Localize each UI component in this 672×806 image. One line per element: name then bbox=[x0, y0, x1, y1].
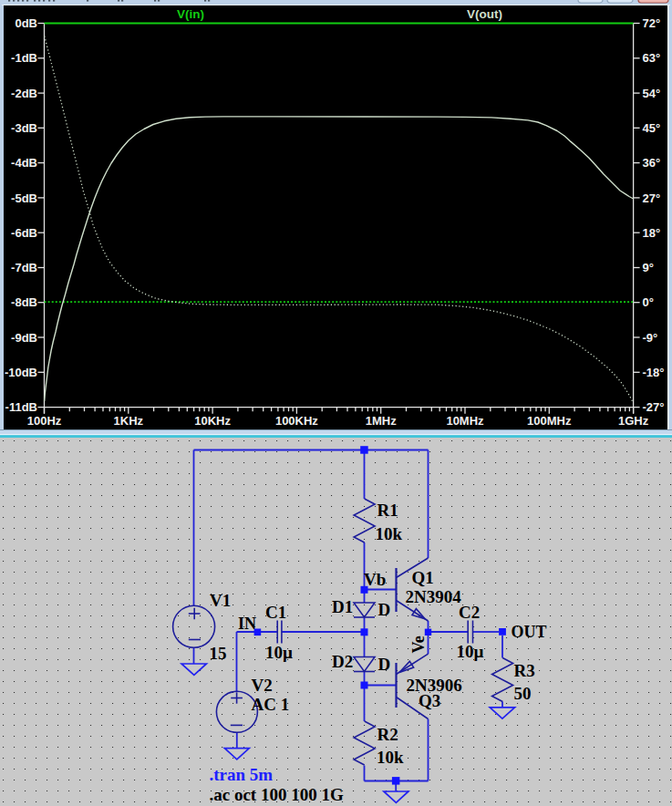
svg-text:D: D bbox=[378, 600, 391, 619]
svg-text:-1dB: -1dB bbox=[11, 51, 37, 65]
svg-text:15: 15 bbox=[210, 644, 227, 663]
svg-text:54°: 54° bbox=[643, 87, 661, 100]
svg-text:R2: R2 bbox=[377, 725, 398, 744]
svg-text:IN: IN bbox=[238, 615, 256, 633]
svg-text:-8dB: -8dB bbox=[11, 295, 37, 309]
svg-text:R3: R3 bbox=[514, 661, 535, 680]
svg-text:10k: 10k bbox=[377, 748, 404, 767]
svg-text:10k: 10k bbox=[376, 524, 403, 543]
svg-text:D1: D1 bbox=[332, 597, 353, 616]
svg-text:.tran 5m: .tran 5m bbox=[210, 765, 274, 784]
svg-text:V(in): V(in) bbox=[177, 7, 204, 21]
svg-text:10µ: 10µ bbox=[457, 642, 484, 661]
svg-text:2N3904: 2N3904 bbox=[406, 587, 462, 606]
svg-text:10µ: 10µ bbox=[265, 643, 293, 662]
svg-text:R1: R1 bbox=[377, 501, 398, 520]
svg-text:-6dB: -6dB bbox=[11, 226, 37, 240]
svg-text:100Hz: 100Hz bbox=[27, 414, 62, 428]
svg-text:-2dB: -2dB bbox=[11, 87, 37, 100]
svg-text:9°: 9° bbox=[643, 261, 654, 274]
svg-text:C1: C1 bbox=[265, 603, 286, 622]
svg-text:-27°: -27° bbox=[643, 400, 665, 414]
svg-text:OUT: OUT bbox=[512, 623, 547, 641]
svg-text:63°: 63° bbox=[643, 51, 661, 65]
svg-text:-18°: -18° bbox=[643, 366, 665, 379]
svg-text:Q1: Q1 bbox=[412, 568, 434, 587]
svg-text:.ac oct 100 100 1G: .ac oct 100 100 1G bbox=[210, 785, 344, 804]
svg-text:-4dB: -4dB bbox=[11, 156, 37, 170]
svg-text:36°: 36° bbox=[643, 156, 661, 170]
svg-text:-11dB: -11dB bbox=[5, 400, 37, 414]
svg-text:1MHz: 1MHz bbox=[366, 414, 397, 428]
svg-text:Ve: Ve bbox=[409, 636, 428, 653]
svg-text:100KHz: 100KHz bbox=[275, 414, 318, 428]
svg-text:V1: V1 bbox=[210, 591, 231, 610]
svg-text:-9°: -9° bbox=[643, 331, 658, 345]
svg-text:V2: V2 bbox=[252, 676, 273, 695]
svg-text:18°: 18° bbox=[643, 226, 661, 240]
svg-text:0°: 0° bbox=[643, 295, 654, 309]
svg-text:10KHz: 10KHz bbox=[194, 414, 231, 428]
svg-text:72°: 72° bbox=[643, 16, 661, 30]
svg-text:-7dB: -7dB bbox=[11, 261, 37, 274]
svg-text:Vb: Vb bbox=[364, 570, 386, 589]
svg-text:10MHz: 10MHz bbox=[446, 414, 484, 428]
svg-text:1GHz: 1GHz bbox=[618, 414, 649, 428]
svg-text:Q3: Q3 bbox=[419, 691, 440, 710]
svg-text:AC 1: AC 1 bbox=[252, 695, 290, 714]
svg-text:50: 50 bbox=[514, 684, 532, 703]
svg-text:1KHz: 1KHz bbox=[114, 414, 144, 428]
svg-text:C2: C2 bbox=[459, 603, 480, 622]
svg-text:27°: 27° bbox=[643, 191, 661, 205]
svg-text:0dB: 0dB bbox=[15, 16, 37, 30]
svg-text:100MHz: 100MHz bbox=[527, 414, 572, 428]
svg-text:-10dB: -10dB bbox=[5, 366, 37, 379]
svg-text:V(out): V(out) bbox=[467, 7, 502, 21]
svg-text:-5dB: -5dB bbox=[11, 191, 37, 205]
svg-text:-3dB: -3dB bbox=[11, 121, 37, 135]
svg-text:45°: 45° bbox=[643, 121, 661, 135]
svg-text:D2: D2 bbox=[332, 652, 353, 671]
svg-text:D: D bbox=[378, 655, 391, 674]
svg-text:-9dB: -9dB bbox=[11, 331, 37, 345]
